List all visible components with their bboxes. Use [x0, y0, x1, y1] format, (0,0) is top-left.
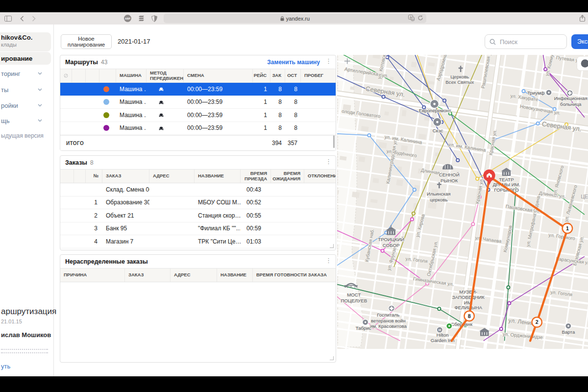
resize-handle[interactable]: [330, 356, 334, 360]
mileage-cell: [301, 96, 336, 109]
hide-all-icon[interactable]: [60, 69, 72, 82]
order-row[interactable]: Склад. Смена 00:0…00:43: [60, 183, 336, 196]
divider: [1, 352, 48, 353]
spacer-cell: [86, 96, 99, 109]
user-name[interactable]: ислав Мошиков: [1, 331, 51, 339]
order-title-cell: "ОО ""Красно…: [195, 248, 241, 251]
new-planning-button[interactable]: Новое планирование: [61, 34, 112, 49]
resize-handle[interactable]: [330, 244, 334, 248]
reload-icon[interactable]: [417, 15, 423, 21]
spacer-cell: [60, 235, 74, 248]
total-stops: 357: [285, 140, 301, 147]
map[interactable]: Артиллерийская ул.ул. КотовскогоАэродром…: [337, 55, 588, 349]
share-icon[interactable]: [578, 14, 587, 23]
map-poi-label: Инфекционная: [554, 96, 588, 101]
map-poi-label: Ильинская: [427, 191, 451, 196]
search-input[interactable]: [499, 38, 555, 46]
kebab-menu-icon[interactable]: ⋮: [325, 158, 332, 165]
map-poi-label: МУЗЕЙ-: [459, 289, 477, 294]
collapse-sidebar-link[interactable]: уть: [1, 363, 10, 370]
chevron-down-icon: [38, 119, 42, 122]
order-number-cell: 5: [86, 248, 102, 251]
adblock-extension-icon[interactable]: ABP: [123, 14, 132, 23]
spacer-cell: [86, 83, 99, 96]
bank-icon: [446, 323, 452, 329]
forward-button-icon[interactable]: [29, 14, 38, 23]
hospital-icon: [389, 305, 395, 312]
sidebar: hikov&Co. клады ирование торинг ты ройки…: [0, 24, 54, 376]
translate-icon[interactable]: Aф: [408, 15, 415, 21]
map-canvas[interactable]: Артиллерийская ул.ул. КотовскогоАэродром…: [337, 55, 588, 349]
spacer-cell: [60, 209, 74, 222]
car-icon: [157, 111, 166, 119]
order-row[interactable]: 5Банк 187"ОО ""Красно…01:05: [60, 248, 336, 251]
order-row[interactable]: 2Объект 21Станция скор…00:55: [60, 209, 336, 222]
arrival-time-cell: 00:43: [241, 183, 271, 196]
search-box[interactable]: [485, 34, 567, 49]
kebab-menu-icon[interactable]: ⋮: [325, 257, 332, 264]
wait-time-cell: [271, 222, 304, 235]
shield-extension-icon[interactable]: [150, 14, 158, 23]
orders-title: Заказы: [65, 159, 87, 166]
route-row[interactable]: Машина …00:00—23:59188: [60, 96, 336, 109]
sidebar-item-help[interactable]: щь: [1, 116, 50, 125]
sidebar-item-planning[interactable]: ирование: [0, 52, 51, 65]
kebab-menu-icon[interactable]: ⋮: [325, 57, 332, 65]
scrollbar[interactable]: [333, 135, 335, 148]
search-icon: [490, 39, 496, 45]
route-row[interactable]: Машина …00:00—23:59188: [60, 122, 336, 135]
route-row[interactable]: Машина …00:00—23:59188: [60, 83, 336, 96]
route-color-cell: [99, 96, 116, 109]
company-switcher[interactable]: hikov&Co. клады: [0, 32, 51, 51]
map-poi-label: ФЕЛИЦЫНА: [454, 305, 482, 310]
svg-text:H: H: [439, 328, 441, 332]
map-poi-label: СЕННОЙ: [439, 172, 460, 177]
sidebar-item-reports[interactable]: ты: [1, 85, 50, 94]
planning-date[interactable]: 2021-01-17: [118, 38, 150, 45]
route-marker-1[interactable]: 1: [563, 223, 572, 233]
map-poi-label: больница: [560, 101, 582, 107]
order-row[interactable]: 3Банк 95"Филиал КБ ""…00:59: [60, 222, 336, 236]
route-row[interactable]: Машина …00:00—23:59188: [60, 109, 336, 122]
replace-vehicle-link[interactable]: Заменить машину: [267, 59, 320, 66]
wait-time-cell: [271, 209, 304, 222]
order-row[interactable]: 1Образование 30МБОУ СОШ М…00:52: [60, 196, 336, 210]
product-logo: аршрутизация: [1, 307, 56, 317]
browser-window: ABP yandex.ru Aф hikov&Co. клады: [0, 12, 588, 376]
address-bar[interactable]: yandex.ru Aф: [164, 14, 426, 23]
chevron-down-icon: [38, 104, 42, 107]
map-poi-label: ЗАПОВЕДНИК: [452, 294, 485, 300]
layers-extension-icon[interactable]: [137, 14, 146, 23]
sidebar-item-previous-version[interactable]: ыдущая версия: [1, 132, 44, 139]
map-poi-label: Табрис: [356, 325, 371, 331]
total-orders: 394: [270, 140, 285, 147]
order-row[interactable]: 4Магазин 7ТРК "Сити Це…01:03: [60, 235, 336, 248]
map-poi-label: Церковь: [450, 74, 469, 79]
company-subtitle: клады: [1, 42, 51, 48]
route-color-dot: [103, 125, 109, 131]
order-number-cell: [86, 183, 102, 196]
map-street-label: ЦЕ: [581, 194, 588, 199]
deviation-cell: [304, 209, 336, 222]
back-button-icon[interactable]: [18, 14, 26, 23]
trips-cell: 1: [253, 122, 270, 135]
wait-time-cell: [271, 183, 304, 196]
order-title-cell: [195, 183, 241, 196]
sidebar-toggle-icon[interactable]: [4, 14, 12, 23]
mileage-cell: [301, 109, 336, 122]
routes-table-header: МАШИНА МЕТОД ПЕРЕДВИЖЕНИЯ СМЕНА РЕЙС ЗАК…: [60, 69, 336, 83]
route-color-dot: [103, 112, 109, 118]
stops-cell: 8: [285, 83, 301, 96]
route-marker-8[interactable]: 8: [464, 311, 474, 321]
order-name-cell: Банк 187: [102, 248, 149, 251]
orders-panel: Заказы 8 ⋮ № ЗАКАЗ АДРЕС НАЗВАНИЕ ВРЕМЯ …: [60, 155, 336, 250]
route-color-cell: [99, 109, 116, 122]
map-layers-button[interactable]: [577, 56, 588, 71]
orders-table-body: Склад. Смена 00:0…00:431Образование 30МБ…: [60, 183, 336, 250]
sidebar-item-settings[interactable]: ройки: [1, 101, 50, 110]
route-marker-2[interactable]: 2: [532, 317, 541, 327]
map-poi-label: Скэс: [433, 128, 443, 134]
visibility-cell: [60, 96, 72, 109]
sidebar-item-monitoring[interactable]: торинг: [1, 69, 50, 78]
export-button[interactable]: Экспорт: [571, 34, 588, 49]
